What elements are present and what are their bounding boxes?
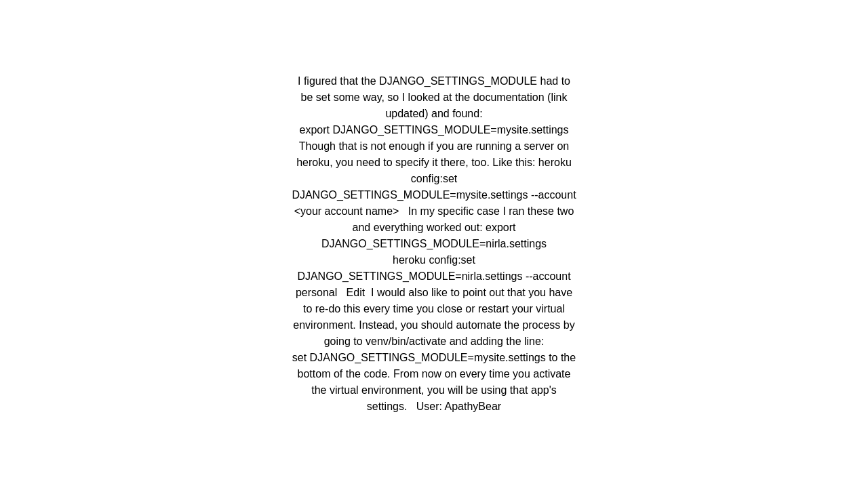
main-text: I figured that the DJANGO_SETTINGS_MODUL… <box>292 73 576 415</box>
main-content-block: I figured that the DJANGO_SETTINGS_MODUL… <box>292 73 576 415</box>
